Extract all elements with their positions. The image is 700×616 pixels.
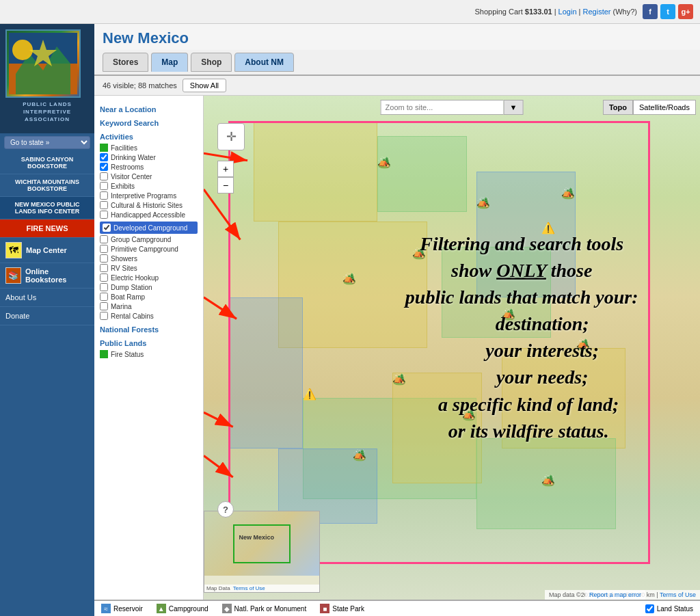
googleplus-icon[interactable]: g+: [678, 4, 693, 19]
reservoir-label: Reservoir: [113, 605, 143, 613]
visitor-center-label: Visitor Center: [111, 173, 152, 180]
tab-shop[interactable]: Shop: [191, 53, 232, 72]
association-name: PUBLIC LANDSINTERPRETIVEASSOCIATION: [5, 98, 89, 128]
rental-cabins-filter[interactable]: Rental Cabins: [100, 312, 198, 320]
developed-campground-label: Developed Campground: [113, 224, 187, 232]
logo-image: [5, 29, 81, 98]
showers-filter[interactable]: Showers: [100, 254, 198, 263]
facebook-icon[interactable]: f: [643, 4, 658, 19]
drinking-water-checkbox[interactable]: [100, 153, 108, 161]
boat-ramp-checkbox[interactable]: [100, 293, 108, 301]
exhibits-checkbox[interactable]: [100, 182, 108, 190]
handicapped-filter[interactable]: Handicapped Accessible: [100, 211, 198, 219]
electric-hookup-checkbox[interactable]: [100, 273, 108, 282]
donate-link[interactable]: Donate: [0, 307, 94, 325]
public-lands-label[interactable]: Public Lands: [100, 339, 198, 347]
handicapped-checkbox[interactable]: [100, 211, 108, 219]
report-error-link[interactable]: Report a map error: [585, 590, 645, 600]
zoom-out-button[interactable]: −: [217, 177, 234, 193]
about-us-link[interactable]: About Us: [0, 289, 94, 307]
near-location-label[interactable]: Near a Location: [100, 105, 198, 113]
restrooms-checkbox[interactable]: [100, 163, 108, 171]
zoom-button[interactable]: ▼: [504, 100, 524, 115]
map-marker-3[interactable]: 🏕️: [412, 247, 426, 260]
cart-label: Shopping Cart: [474, 8, 522, 16]
primitive-campground-filter[interactable]: Primitive Campground: [100, 245, 198, 253]
restrooms-filter[interactable]: Restrooms: [100, 163, 198, 171]
developed-campground-checkbox[interactable]: [103, 224, 111, 232]
map-marker-13[interactable]: ⚠️: [541, 222, 555, 235]
national-forests-label[interactable]: National Forests: [100, 325, 198, 334]
cart-amount: $133.01: [525, 8, 552, 16]
map-nav-control[interactable]: ✛: [217, 123, 245, 150]
interpretive-checkbox[interactable]: [100, 191, 108, 200]
map-center-icon: 🗺: [5, 242, 22, 258]
boat-ramp-filter[interactable]: Boat Ramp: [100, 293, 198, 301]
visitor-center-checkbox[interactable]: [100, 172, 108, 180]
zoom-in-button[interactable]: +: [217, 161, 234, 177]
dump-station-checkbox[interactable]: [100, 283, 108, 291]
facilities-label: Facilities: [111, 144, 137, 152]
mini-map: New Mexico Map Data Terms of Use: [204, 511, 320, 593]
map-center-button[interactable]: 🗺 Map Center: [0, 238, 94, 263]
visible-count: 46 visible; 88 matches: [103, 81, 177, 90]
map-marker-8[interactable]: 🏕️: [353, 448, 366, 461]
map-marker-7[interactable]: 🏕️: [462, 408, 476, 421]
legend-natl-park: ◆ Natl. Park or Monument: [222, 604, 307, 613]
tab-about-nm[interactable]: About NM: [234, 53, 294, 72]
drinking-water-filter[interactable]: Drinking Water: [100, 153, 198, 161]
reservoir-icon: ≈: [101, 604, 111, 613]
logo-area: PUBLIC LANDSINTERPRETIVEASSOCIATION: [0, 24, 94, 133]
electric-hookup-filter[interactable]: Electric Hookup: [100, 273, 198, 282]
interpretive-label: Interpretive Programs: [111, 192, 176, 200]
zoom-input[interactable]: [381, 100, 504, 115]
tab-map[interactable]: Map: [151, 53, 188, 72]
visitor-center-filter[interactable]: Visitor Center: [100, 172, 198, 180]
terms-link[interactable]: Terms of Use: [660, 591, 696, 598]
rental-cabins-checkbox[interactable]: [100, 312, 108, 320]
group-campground-filter[interactable]: Group Campground: [100, 235, 198, 243]
twitter-icon[interactable]: t: [660, 4, 675, 19]
rv-sites-filter[interactable]: RV Sites: [100, 264, 198, 272]
primitive-campground-checkbox[interactable]: [100, 245, 108, 253]
topo-button[interactable]: Topo: [603, 100, 633, 115]
sidebar-item-nm[interactable]: NEW MEXICO PUBLIC LANDS INFO CENTER: [0, 197, 94, 219]
developed-campground-filter[interactable]: Developed Campground: [100, 222, 198, 234]
fire-news-button[interactable]: FIRE NEWS: [0, 219, 94, 238]
marina-filter[interactable]: Marina: [100, 302, 198, 310]
satellite-button[interactable]: Satellite/Roads: [633, 100, 696, 115]
map-marker-10[interactable]: 🏕️: [561, 187, 575, 200]
cultural-checkbox[interactable]: [100, 201, 108, 209]
show-all-button[interactable]: Show All: [183, 79, 226, 92]
register-link[interactable]: Register: [583, 8, 611, 16]
sidebar-item-sabino[interactable]: SABINO CANYON BOOKSTORE: [0, 152, 94, 174]
sidebar-item-wichita[interactable]: WICHITA MOUNTAINS BOOKSTORE: [0, 174, 94, 197]
group-campground-checkbox[interactable]: [100, 235, 108, 243]
state-select-dropdown[interactable]: Go to state »: [4, 136, 90, 149]
map-help-button[interactable]: ?: [217, 501, 234, 518]
land-status-checkbox[interactable]: [645, 604, 654, 613]
rv-sites-checkbox[interactable]: [100, 264, 108, 272]
showers-checkbox[interactable]: [100, 254, 108, 263]
mini-map-terms[interactable]: Terms of Use: [233, 585, 265, 591]
tab-stores[interactable]: Stores: [103, 53, 148, 72]
marina-checkbox[interactable]: [100, 302, 108, 310]
map-marker-12[interactable]: ⚠️: [303, 388, 317, 401]
cultural-filter[interactable]: Cultural & Historic Sites: [100, 201, 198, 209]
online-bookstores-button[interactable]: 📚 Online Bookstores: [0, 263, 94, 289]
header: Shopping Cart $133.01 | Login | Register…: [0, 0, 700, 24]
map-marker-9[interactable]: 🏕️: [541, 474, 555, 487]
map-marker-11[interactable]: 🏕️: [576, 338, 590, 351]
keyword-search-label[interactable]: Keyword Search: [100, 119, 198, 127]
map-marker-6[interactable]: 🏕️: [392, 373, 406, 386]
dump-station-filter[interactable]: Dump Station: [100, 283, 198, 291]
map-marker-1[interactable]: 🏕️: [377, 156, 391, 169]
exhibits-filter[interactable]: Exhibits: [100, 182, 198, 190]
interpretive-filter[interactable]: Interpretive Programs: [100, 191, 198, 200]
map-container[interactable]: ▼ Topo Satellite/Roads ✛ + −: [204, 96, 700, 600]
map-marker-4[interactable]: 🏕️: [342, 272, 356, 285]
map-marker-2[interactable]: 🏕️: [476, 196, 490, 209]
mini-map-data: Map Data: [206, 585, 230, 591]
login-link[interactable]: Login: [558, 8, 577, 16]
map-marker-5[interactable]: 🏕️: [502, 308, 515, 321]
